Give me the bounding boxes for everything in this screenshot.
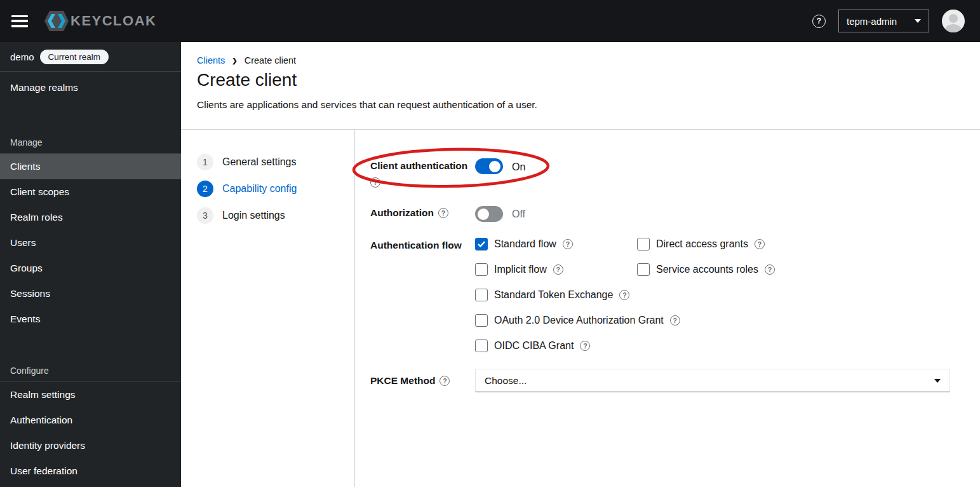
step-number: 3 <box>197 207 213 224</box>
help-icon[interactable]: ? <box>765 264 775 275</box>
checkbox-row-direct-access-grants: Direct access grants? <box>637 231 775 257</box>
help-icon[interactable]: ? <box>755 239 765 249</box>
sidebar-item-realm-roles[interactable]: Realm roles <box>0 205 181 230</box>
top-bar: KEYCLOAK ? tepm-admin <box>0 0 980 42</box>
checkbox-label: OAuth 2.0 Device Authorization Grant <box>494 315 664 326</box>
checkbox-service-accounts-roles[interactable] <box>637 263 650 276</box>
checkbox-label: Standard Token Exchange <box>494 289 613 301</box>
header-divider <box>181 129 980 130</box>
sidebar: demo Current realm Manage realms ManageC… <box>0 42 181 487</box>
current-realm-badge: Current realm <box>40 50 109 64</box>
wizard-step-login-settings[interactable]: 3Login settings <box>197 202 349 229</box>
authorization-label: Authorization <box>370 207 434 219</box>
chevron-down-icon <box>934 379 941 383</box>
chevron-down-icon <box>915 19 921 23</box>
sidebar-item-sessions[interactable]: Sessions <box>0 281 181 306</box>
wizard-step-general-settings[interactable]: 1General settings <box>197 149 349 175</box>
checkbox-implicit-flow[interactable] <box>475 263 488 276</box>
step-label: Capability config <box>222 183 297 195</box>
client-authentication-state: On <box>512 161 525 173</box>
checkbox-row-standard-token-exchange: Standard Token Exchange? <box>475 282 680 308</box>
nav-section-title-manage: Manage <box>0 132 181 153</box>
checkbox-row-oidc-ciba-grant: OIDC CIBA Grant? <box>475 333 680 359</box>
checkbox-label: OIDC CIBA Grant <box>494 340 574 352</box>
help-icon[interactable]: ? <box>670 315 680 326</box>
help-icon[interactable]: ? <box>812 15 826 28</box>
checkbox-label: Direct access grants <box>656 238 748 250</box>
pkce-method-value: Choose... <box>485 375 527 387</box>
authorization-field: Authorization ? <box>370 207 448 219</box>
sidebar-item-manage-realms[interactable]: Manage realms <box>0 72 181 104</box>
user-name: tepm-admin <box>847 16 897 27</box>
help-icon[interactable]: ? <box>619 290 629 300</box>
help-icon[interactable]: ? <box>440 376 450 386</box>
main-content: Clients ❯ Create client Create client Cl… <box>181 42 980 487</box>
pkce-method-select[interactable]: Choose... <box>475 369 950 392</box>
client-authentication-field: Client authentication ? <box>370 160 467 188</box>
help-icon[interactable]: ? <box>563 239 573 249</box>
checkbox-standard-token-exchange[interactable] <box>475 289 488 301</box>
help-icon[interactable]: ? <box>553 264 563 275</box>
realm-name: demo <box>10 51 34 62</box>
checkbox-standard-flow[interactable] <box>475 238 488 250</box>
checkbox-label: Standard flow <box>494 238 556 250</box>
sidebar-item-realm-settings[interactable]: Realm settings <box>0 382 181 408</box>
client-authentication-label: Client authentication <box>370 160 467 172</box>
breadcrumb-chevron-icon: ❯ <box>232 57 237 64</box>
checkbox-row-oauth-2-0-device-authorization-grant: OAuth 2.0 Device Authorization Grant? <box>475 308 680 333</box>
step-number: 1 <box>197 154 213 170</box>
checkbox-direct-access-grants[interactable] <box>637 238 650 250</box>
step-label: General settings <box>222 156 297 168</box>
brand-name: KEYCLOAK <box>70 13 156 29</box>
page-subtitle: Clients are applications and services th… <box>197 99 537 111</box>
checkbox-row-service-accounts-roles: Service accounts roles? <box>637 257 775 282</box>
wizard-step-capability-config[interactable]: 2Capability config <box>197 175 349 202</box>
checkbox-oauth-2-0-device-authorization-grant[interactable] <box>475 314 488 327</box>
checkbox-label: Service accounts roles <box>656 264 758 275</box>
step-label: Login settings <box>222 210 285 221</box>
keycloak-logo-icon <box>43 9 70 33</box>
sidebar-item-clients[interactable]: Clients <box>0 154 181 179</box>
nav-section-configure: ConfigureRealm settingsAuthenticationIde… <box>0 360 181 484</box>
client-authentication-toggle[interactable] <box>475 158 503 174</box>
checkbox-label: Implicit flow <box>494 264 547 275</box>
authorization-toggle[interactable] <box>475 206 503 222</box>
sidebar-item-client-scopes[interactable]: Client scopes <box>0 179 181 205</box>
help-icon[interactable]: ? <box>370 177 380 188</box>
breadcrumb-link-clients[interactable]: Clients <box>197 55 225 65</box>
nav-section-manage: ManageClientsClient scopesRealm rolesUse… <box>0 132 181 332</box>
help-icon[interactable]: ? <box>438 208 448 218</box>
pkce-method-field: PKCE Method ? <box>370 375 450 387</box>
sidebar-item-groups[interactable]: Groups <box>0 256 181 281</box>
hamburger-menu-icon[interactable] <box>11 15 28 27</box>
sidebar-item-authentication[interactable]: Authentication <box>0 408 181 433</box>
auth-flow-column-2: Direct access grants?Service accounts ro… <box>637 231 775 282</box>
avatar-person-icon <box>949 14 958 23</box>
realm-selector[interactable]: demo Current realm <box>0 42 181 72</box>
help-icon[interactable]: ? <box>580 341 590 351</box>
step-number: 2 <box>197 181 213 197</box>
pkce-method-label: PKCE Method <box>370 375 435 387</box>
topbar-right: ? tepm-admin <box>812 10 965 32</box>
sidebar-item-events[interactable]: Events <box>0 306 181 332</box>
breadcrumb-current: Create client <box>245 55 296 65</box>
nav-section-title-configure: Configure <box>0 360 181 381</box>
authentication-flow-label: Authentication flow <box>370 240 462 251</box>
wizard-divider <box>354 130 355 487</box>
sidebar-item-users[interactable]: Users <box>0 230 181 256</box>
authorization-state: Off <box>512 209 525 220</box>
authentication-flow-field: Authentication flow <box>370 240 462 251</box>
user-menu-dropdown[interactable]: tepm-admin <box>838 10 929 32</box>
checkbox-oidc-ciba-grant[interactable] <box>475 340 488 352</box>
avatar[interactable] <box>942 10 965 32</box>
wizard-nav: 1General settings2Capability config3Logi… <box>197 149 349 229</box>
sidebar-item-user-federation[interactable]: User federation <box>0 458 181 484</box>
breadcrumb: Clients ❯ Create client <box>197 55 296 65</box>
page-title: Create client <box>197 70 297 90</box>
sidebar-item-identity-providers[interactable]: Identity providers <box>0 433 181 458</box>
keycloak-logo: KEYCLOAK <box>43 9 156 33</box>
